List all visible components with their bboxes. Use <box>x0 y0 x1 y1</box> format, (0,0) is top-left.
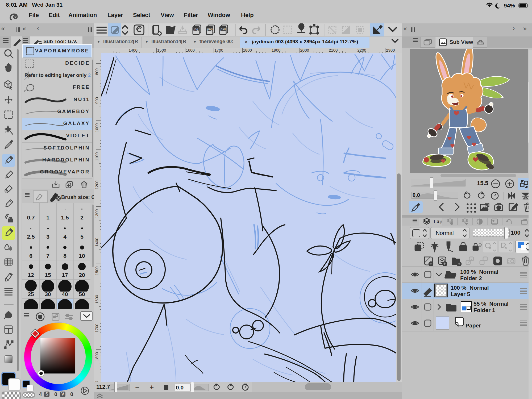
svg-text:png: png <box>207 27 213 31</box>
svg-text:jpg: jpg <box>194 27 198 31</box>
svg-text:94%: 94% <box>504 2 515 9</box>
svg-text:psd: psd <box>221 27 226 31</box>
